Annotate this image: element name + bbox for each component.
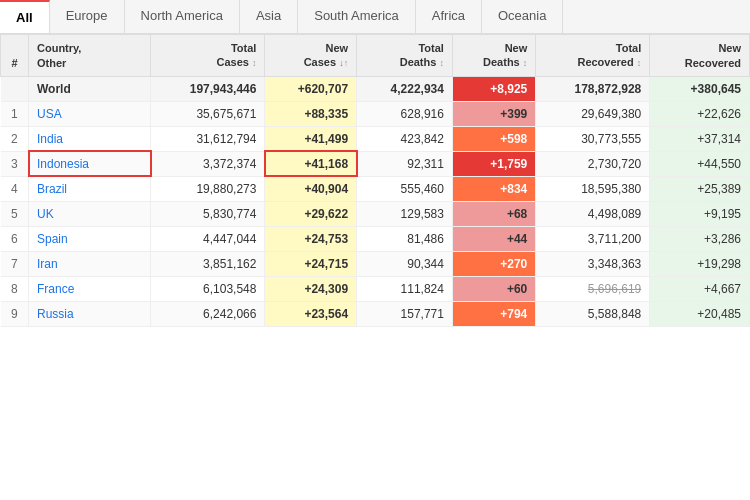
world-new-recovered: +380,645 xyxy=(650,76,750,101)
total-deaths: 129,583 xyxy=(357,201,453,226)
world-new-deaths: +8,925 xyxy=(452,76,535,101)
new-deaths: +68 xyxy=(452,201,535,226)
table-row: 7 Iran 3,851,162 +24,715 90,344 +270 3,3… xyxy=(1,251,750,276)
world-total-deaths: 4,222,934 xyxy=(357,76,453,101)
new-cases: +23,564 xyxy=(265,301,357,326)
new-deaths: +834 xyxy=(452,176,535,201)
total-recovered: 5,588,848 xyxy=(536,301,650,326)
country-name[interactable]: Brazil xyxy=(29,176,151,201)
world-total-recovered: 178,872,928 xyxy=(536,76,650,101)
total-recovered: 29,649,380 xyxy=(536,101,650,126)
tab-north-america[interactable]: North America xyxy=(125,0,240,33)
table-row: 5 UK 5,830,774 +29,622 129,583 +68 4,498… xyxy=(1,201,750,226)
new-cases: +40,904 xyxy=(265,176,357,201)
total-recovered: 3,348,363 xyxy=(536,251,650,276)
tab-south-america[interactable]: South America xyxy=(298,0,416,33)
tab-europe[interactable]: Europe xyxy=(50,0,125,33)
new-recovered: +3,286 xyxy=(650,226,750,251)
tab-africa[interactable]: Africa xyxy=(416,0,482,33)
col-new-deaths[interactable]: NewDeaths ↕ xyxy=(452,35,535,77)
world-row: World 197,943,446 +620,707 4,222,934 +8,… xyxy=(1,76,750,101)
new-deaths: +44 xyxy=(452,226,535,251)
row-num: 7 xyxy=(1,251,29,276)
new-deaths: +399 xyxy=(452,101,535,126)
table-row: 4 Brazil 19,880,273 +40,904 555,460 +834… xyxy=(1,176,750,201)
total-deaths: 423,842 xyxy=(357,126,453,151)
new-cases: +29,622 xyxy=(265,201,357,226)
col-num[interactable]: # xyxy=(1,35,29,77)
tab-all[interactable]: All xyxy=(0,0,50,33)
new-deaths: +270 xyxy=(452,251,535,276)
total-deaths: 81,486 xyxy=(357,226,453,251)
total-recovered: 2,730,720 xyxy=(536,151,650,176)
world-new-cases: +620,707 xyxy=(265,76,357,101)
table-row: 1 USA 35,675,671 +88,335 628,916 +399 29… xyxy=(1,101,750,126)
country-name[interactable]: Russia xyxy=(29,301,151,326)
country-name[interactable]: Indonesia xyxy=(29,151,151,176)
new-recovered: +22,626 xyxy=(650,101,750,126)
new-cases: +24,715 xyxy=(265,251,357,276)
new-deaths: +60 xyxy=(452,276,535,301)
total-deaths: 555,460 xyxy=(357,176,453,201)
new-cases: +41,499 xyxy=(265,126,357,151)
country-name[interactable]: Spain xyxy=(29,226,151,251)
col-total-recovered[interactable]: TotalRecovered ↕ xyxy=(536,35,650,77)
total-cases: 4,447,044 xyxy=(151,226,265,251)
total-deaths: 157,771 xyxy=(357,301,453,326)
row-num: 2 xyxy=(1,126,29,151)
country-name[interactable]: Iran xyxy=(29,251,151,276)
col-new-cases[interactable]: NewCases ↓↑ xyxy=(265,35,357,77)
total-cases: 35,675,671 xyxy=(151,101,265,126)
total-cases: 19,880,273 xyxy=(151,176,265,201)
total-cases: 3,851,162 xyxy=(151,251,265,276)
total-cases: 3,372,374 xyxy=(151,151,265,176)
world-total-cases: 197,943,446 xyxy=(151,76,265,101)
col-total-cases[interactable]: TotalCases ↕ xyxy=(151,35,265,77)
new-recovered: +44,550 xyxy=(650,151,750,176)
new-deaths: +794 xyxy=(452,301,535,326)
new-deaths: +598 xyxy=(452,126,535,151)
new-recovered: +9,195 xyxy=(650,201,750,226)
col-new-recovered[interactable]: NewRecovered xyxy=(650,35,750,77)
new-cases: +41,168 xyxy=(265,151,357,176)
new-recovered: +37,314 xyxy=(650,126,750,151)
row-num: 8 xyxy=(1,276,29,301)
table-row: 9 Russia 6,242,066 +23,564 157,771 +794 … xyxy=(1,301,750,326)
row-num: 9 xyxy=(1,301,29,326)
table-row: 2 India 31,612,794 +41,499 423,842 +598 … xyxy=(1,126,750,151)
row-num: 4 xyxy=(1,176,29,201)
total-recovered: 4,498,089 xyxy=(536,201,650,226)
new-recovered: +25,389 xyxy=(650,176,750,201)
new-cases: +24,753 xyxy=(265,226,357,251)
total-cases: 6,103,548 xyxy=(151,276,265,301)
table-row: 6 Spain 4,447,044 +24,753 81,486 +44 3,7… xyxy=(1,226,750,251)
row-num: 1 xyxy=(1,101,29,126)
new-recovered: +20,485 xyxy=(650,301,750,326)
total-deaths: 92,311 xyxy=(357,151,453,176)
tab-oceania[interactable]: Oceania xyxy=(482,0,563,33)
country-name[interactable]: India xyxy=(29,126,151,151)
tab-asia[interactable]: Asia xyxy=(240,0,298,33)
total-recovered: 3,711,200 xyxy=(536,226,650,251)
new-cases: +24,309 xyxy=(265,276,357,301)
country-name[interactable]: USA xyxy=(29,101,151,126)
country-name[interactable]: UK xyxy=(29,201,151,226)
total-cases: 6,242,066 xyxy=(151,301,265,326)
tab-bar: All Europe North America Asia South Amer… xyxy=(0,0,750,34)
country-name[interactable]: France xyxy=(29,276,151,301)
total-recovered: 5,696,619 xyxy=(536,276,650,301)
row-num: 3 xyxy=(1,151,29,176)
total-deaths: 628,916 xyxy=(357,101,453,126)
col-total-deaths[interactable]: TotalDeaths ↕ xyxy=(357,35,453,77)
row-num: 6 xyxy=(1,226,29,251)
table-row: 3 Indonesia 3,372,374 +41,168 92,311 +1,… xyxy=(1,151,750,176)
table-header-row: # Country,Other TotalCases ↕ NewCases ↓↑… xyxy=(1,35,750,77)
total-deaths: 90,344 xyxy=(357,251,453,276)
total-recovered: 18,595,380 xyxy=(536,176,650,201)
table-row: 8 France 6,103,548 +24,309 111,824 +60 5… xyxy=(1,276,750,301)
total-recovered: 30,773,555 xyxy=(536,126,650,151)
world-num xyxy=(1,76,29,101)
new-cases: +88,335 xyxy=(265,101,357,126)
total-cases: 5,830,774 xyxy=(151,201,265,226)
col-country[interactable]: Country,Other xyxy=(29,35,151,77)
